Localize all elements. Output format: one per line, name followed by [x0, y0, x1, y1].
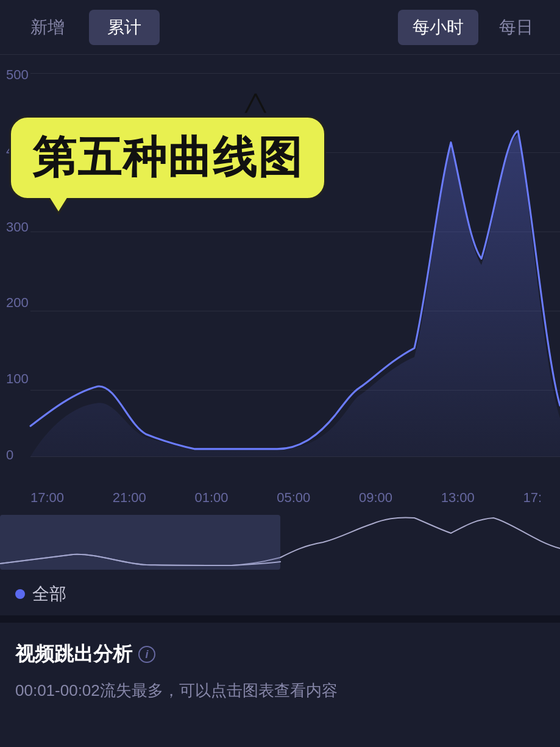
speech-bubble-annotation: 第五种曲线图 ╱╲: [9, 116, 326, 200]
legend-label-all: 全部: [32, 582, 66, 606]
x-label-0900: 09:00: [359, 490, 392, 506]
x-label-2100: 21:00: [113, 490, 146, 506]
speech-bubble: 第五种曲线图: [9, 116, 326, 200]
tab-daily[interactable]: 每日: [484, 10, 548, 45]
sparkle-icon: ╱╲: [246, 94, 265, 113]
x-label-0500: 05:00: [277, 490, 310, 506]
x-label-0100: 01:00: [194, 490, 228, 506]
info-icon[interactable]: i: [138, 646, 155, 663]
tab-cumulative[interactable]: 累计: [89, 10, 160, 45]
analysis-section: 视频跳出分析 i 00:01-00:02流失最多，可以点击图表查看内容: [0, 623, 560, 715]
analysis-desc: 00:01-00:02流失最多，可以点击图表查看内容: [15, 679, 545, 703]
analysis-title-row: 视频跳出分析 i: [15, 641, 545, 668]
legend-dot-all: [15, 589, 25, 599]
tab-hourly[interactable]: 每小时: [398, 10, 478, 45]
analysis-title-text: 视频跳出分析: [15, 641, 132, 668]
mini-chart-selection: [0, 515, 280, 570]
x-label-1300: 13:00: [441, 490, 475, 506]
tab-left-group: 新增 累计: [12, 10, 160, 45]
tab-bar: 新增 累计 每小时 每日: [0, 0, 560, 55]
bubble-text: 第五种曲线图: [32, 133, 303, 182]
tab-right-group: 每小时 每日: [398, 10, 548, 45]
x-axis-labels: 17:00 21:00 01:00 05:00 09:00 13:00 17:: [30, 490, 560, 506]
section-divider: [0, 615, 560, 623]
x-label-17: 17:: [523, 490, 542, 506]
legend-area: 全部: [0, 573, 560, 615]
mini-chart[interactable]: [0, 512, 560, 573]
main-chart-container: 500 400 300 200 100 0: [0, 55, 560, 512]
tab-new[interactable]: 新增: [12, 10, 83, 45]
x-label-1700: 17:00: [30, 490, 64, 506]
